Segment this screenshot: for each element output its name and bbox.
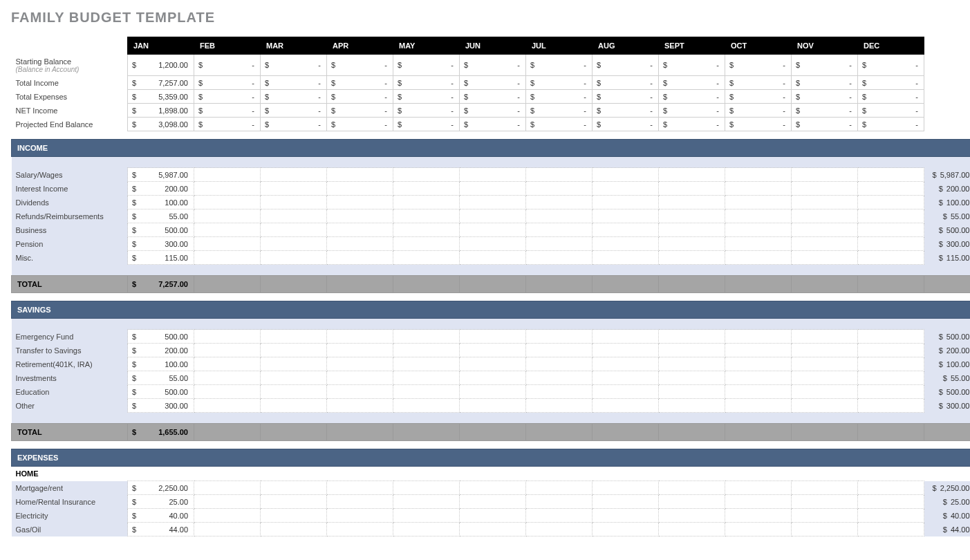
summary-cell[interactable]: $-: [393, 104, 460, 118]
line-item-cell[interactable]: [792, 509, 858, 523]
summary-cell[interactable]: $-: [526, 90, 593, 104]
line-item-cell[interactable]: [858, 344, 924, 357]
line-item-cell[interactable]: [194, 357, 261, 371]
line-item-cell[interactable]: [460, 344, 526, 357]
line-item-cell[interactable]: [393, 371, 460, 385]
line-item-cell[interactable]: [261, 168, 327, 182]
summary-cell[interactable]: $-: [725, 104, 792, 118]
line-item-cell[interactable]: [261, 344, 327, 357]
line-item-cell[interactable]: $300.00: [128, 399, 194, 413]
summary-cell[interactable]: $-: [792, 55, 858, 76]
line-item-cell[interactable]: [460, 509, 526, 523]
line-item-cell[interactable]: [194, 509, 261, 523]
line-item-cell[interactable]: [393, 209, 460, 223]
line-item-cell[interactable]: [393, 523, 460, 536]
line-item-cell[interactable]: $25.00: [128, 495, 194, 509]
line-item-cell[interactable]: [725, 237, 792, 251]
line-item-cell[interactable]: [327, 168, 393, 182]
line-item-cell[interactable]: [593, 182, 659, 196]
summary-cell[interactable]: $-: [858, 55, 924, 76]
line-item-cell[interactable]: [327, 209, 393, 223]
line-item-cell[interactable]: [194, 495, 261, 509]
summary-cell[interactable]: $-: [858, 104, 924, 118]
summary-cell[interactable]: $-: [393, 76, 460, 90]
line-item-cell[interactable]: [393, 509, 460, 523]
summary-cell[interactable]: $-: [261, 90, 327, 104]
line-item-cell[interactable]: [526, 357, 593, 371]
line-item-cell[interactable]: [725, 182, 792, 196]
line-item-cell[interactable]: [194, 344, 261, 357]
summary-cell[interactable]: $-: [792, 118, 858, 131]
line-item-cell[interactable]: [792, 209, 858, 223]
summary-cell[interactable]: $-: [327, 76, 393, 90]
line-item-cell[interactable]: [526, 209, 593, 223]
line-item-cell[interactable]: [194, 399, 261, 413]
summary-cell[interactable]: $-: [593, 55, 659, 76]
line-item-cell[interactable]: $500.00: [128, 330, 194, 344]
line-item-cell[interactable]: [327, 182, 393, 196]
line-item-cell[interactable]: $100.00: [128, 196, 194, 209]
line-item-cell[interactable]: [261, 237, 327, 251]
line-item-cell[interactable]: [327, 223, 393, 237]
line-item-cell[interactable]: $40.00: [128, 509, 194, 523]
line-item-cell[interactable]: [792, 357, 858, 371]
line-item-cell[interactable]: [659, 495, 725, 509]
line-item-cell[interactable]: [460, 209, 526, 223]
summary-cell[interactable]: $-: [261, 76, 327, 90]
summary-cell[interactable]: $-: [593, 104, 659, 118]
line-item-cell[interactable]: [393, 237, 460, 251]
line-item-cell[interactable]: [460, 481, 526, 495]
line-item-cell[interactable]: [194, 330, 261, 344]
line-item-cell[interactable]: [261, 399, 327, 413]
line-item-cell[interactable]: [725, 223, 792, 237]
line-item-cell[interactable]: [725, 399, 792, 413]
line-item-cell[interactable]: [327, 509, 393, 523]
line-item-cell[interactable]: [858, 251, 924, 265]
line-item-cell[interactable]: [593, 344, 659, 357]
line-item-cell[interactable]: [858, 209, 924, 223]
summary-cell[interactable]: $1,898.00: [128, 104, 194, 118]
line-item-cell[interactable]: [725, 209, 792, 223]
summary-cell[interactable]: $-: [725, 55, 792, 76]
line-item-cell[interactable]: [858, 168, 924, 182]
line-item-cell[interactable]: [327, 523, 393, 536]
summary-cell[interactable]: $-: [725, 118, 792, 131]
line-item-cell[interactable]: [526, 182, 593, 196]
summary-cell[interactable]: $-: [659, 90, 725, 104]
line-item-cell[interactable]: [725, 523, 792, 536]
line-item-cell[interactable]: [858, 371, 924, 385]
summary-cell[interactable]: $-: [593, 90, 659, 104]
line-item-cell[interactable]: [792, 330, 858, 344]
line-item-cell[interactable]: [460, 237, 526, 251]
summary-cell[interactable]: $-: [792, 104, 858, 118]
line-item-cell[interactable]: [792, 251, 858, 265]
line-item-cell[interactable]: [659, 168, 725, 182]
summary-cell[interactable]: $-: [725, 76, 792, 90]
line-item-cell[interactable]: [460, 357, 526, 371]
line-item-cell[interactable]: [659, 223, 725, 237]
line-item-cell[interactable]: [593, 371, 659, 385]
line-item-cell[interactable]: [194, 237, 261, 251]
line-item-cell[interactable]: [725, 168, 792, 182]
summary-cell[interactable]: $-: [593, 118, 659, 131]
summary-cell[interactable]: $-: [659, 118, 725, 131]
line-item-cell[interactable]: [261, 495, 327, 509]
line-item-cell[interactable]: [858, 330, 924, 344]
line-item-cell[interactable]: [327, 385, 393, 399]
line-item-cell[interactable]: [526, 509, 593, 523]
line-item-cell[interactable]: [858, 196, 924, 209]
line-item-cell[interactable]: [659, 237, 725, 251]
summary-cell[interactable]: $-: [659, 55, 725, 76]
summary-cell[interactable]: $-: [194, 55, 261, 76]
line-item-cell[interactable]: [194, 209, 261, 223]
summary-cell[interactable]: $-: [327, 55, 393, 76]
line-item-cell[interactable]: $115.00: [128, 251, 194, 265]
line-item-cell[interactable]: $44.00: [128, 523, 194, 536]
line-item-cell[interactable]: [858, 385, 924, 399]
line-item-cell[interactable]: [792, 481, 858, 495]
summary-cell[interactable]: $-: [526, 118, 593, 131]
line-item-cell[interactable]: [792, 182, 858, 196]
line-item-cell[interactable]: [593, 399, 659, 413]
line-item-cell[interactable]: [327, 399, 393, 413]
line-item-cell[interactable]: $300.00: [128, 237, 194, 251]
